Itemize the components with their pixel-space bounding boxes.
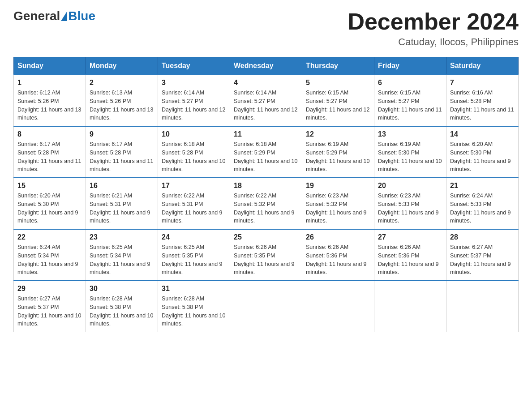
day-info: Sunrise: 6:19 AM Sunset: 5:30 PM Dayligh…: [378, 140, 442, 174]
table-row: 7 Sunrise: 6:16 AM Sunset: 5:28 PM Dayli…: [446, 75, 519, 126]
day-number: 5: [306, 79, 370, 87]
table-row: [446, 281, 519, 332]
table-row: 31 Sunrise: 6:28 AM Sunset: 5:38 PM Dayl…: [158, 281, 230, 332]
day-info: Sunrise: 6:24 AM Sunset: 5:33 PM Dayligh…: [450, 192, 515, 225]
day-number: 28: [450, 233, 515, 241]
day-number: 11: [234, 130, 298, 138]
day-number: 6: [378, 79, 442, 87]
day-info: Sunrise: 6:14 AM Sunset: 5:27 PM Dayligh…: [234, 89, 298, 122]
table-row: 23 Sunrise: 6:25 AM Sunset: 5:34 PM Dayl…: [86, 229, 158, 281]
day-number: 25: [234, 233, 298, 241]
table-row: 22 Sunrise: 6:24 AM Sunset: 5:34 PM Dayl…: [14, 229, 86, 281]
table-row: 30 Sunrise: 6:28 AM Sunset: 5:38 PM Dayl…: [86, 281, 158, 332]
col-header-thursday: Thursday: [302, 57, 374, 75]
day-number: 1: [17, 79, 82, 87]
table-row: 24 Sunrise: 6:25 AM Sunset: 5:35 PM Dayl…: [158, 229, 230, 281]
day-info: Sunrise: 6:15 AM Sunset: 5:27 PM Dayligh…: [306, 89, 370, 122]
day-number: 22: [17, 233, 82, 241]
table-row: 17 Sunrise: 6:22 AM Sunset: 5:31 PM Dayl…: [158, 178, 230, 229]
day-number: 24: [162, 233, 226, 241]
day-number: 26: [306, 233, 370, 241]
day-number: 4: [234, 79, 298, 87]
day-number: 8: [17, 130, 82, 138]
table-row: 16 Sunrise: 6:21 AM Sunset: 5:31 PM Dayl…: [86, 178, 158, 229]
day-info: Sunrise: 6:22 AM Sunset: 5:32 PM Dayligh…: [234, 192, 298, 225]
day-info: Sunrise: 6:28 AM Sunset: 5:38 PM Dayligh…: [162, 295, 226, 328]
day-info: Sunrise: 6:28 AM Sunset: 5:38 PM Dayligh…: [90, 295, 154, 328]
day-info: Sunrise: 6:26 AM Sunset: 5:36 PM Dayligh…: [378, 243, 442, 277]
logo-blue-text: Blue: [68, 9, 95, 23]
day-info: Sunrise: 6:25 AM Sunset: 5:34 PM Dayligh…: [90, 243, 154, 277]
day-number: 31: [162, 285, 226, 293]
table-row: 4 Sunrise: 6:14 AM Sunset: 5:27 PM Dayli…: [230, 75, 302, 126]
day-info: Sunrise: 6:22 AM Sunset: 5:31 PM Dayligh…: [162, 192, 226, 225]
table-row: 12 Sunrise: 6:19 AM Sunset: 5:29 PM Dayl…: [302, 126, 374, 178]
day-number: 27: [378, 233, 442, 241]
calendar-week-row: 1 Sunrise: 6:12 AM Sunset: 5:26 PM Dayli…: [14, 75, 519, 126]
calendar-table: Sunday Monday Tuesday Wednesday Thursday…: [13, 57, 519, 332]
day-number: 29: [17, 285, 82, 293]
day-number: 3: [162, 79, 226, 87]
logo-general-text: General: [13, 9, 60, 23]
logo: General Blue: [13, 9, 95, 23]
day-number: 17: [162, 182, 226, 190]
day-info: Sunrise: 6:18 AM Sunset: 5:28 PM Dayligh…: [162, 140, 226, 174]
calendar-week-row: 8 Sunrise: 6:17 AM Sunset: 5:28 PM Dayli…: [14, 126, 519, 178]
col-header-monday: Monday: [86, 57, 158, 75]
day-info: Sunrise: 6:23 AM Sunset: 5:33 PM Dayligh…: [378, 192, 442, 225]
day-number: 30: [90, 285, 154, 293]
day-number: 14: [450, 130, 515, 138]
table-row: 18 Sunrise: 6:22 AM Sunset: 5:32 PM Dayl…: [230, 178, 302, 229]
day-info: Sunrise: 6:20 AM Sunset: 5:30 PM Dayligh…: [17, 192, 82, 225]
table-row: 19 Sunrise: 6:23 AM Sunset: 5:32 PM Dayl…: [302, 178, 374, 229]
day-number: 15: [17, 182, 82, 190]
table-row: 26 Sunrise: 6:26 AM Sunset: 5:36 PM Dayl…: [302, 229, 374, 281]
col-header-friday: Friday: [374, 57, 446, 75]
table-row: 9 Sunrise: 6:17 AM Sunset: 5:28 PM Dayli…: [86, 126, 158, 178]
day-info: Sunrise: 6:23 AM Sunset: 5:32 PM Dayligh…: [306, 192, 370, 225]
table-row: 25 Sunrise: 6:26 AM Sunset: 5:35 PM Dayl…: [230, 229, 302, 281]
day-info: Sunrise: 6:13 AM Sunset: 5:26 PM Dayligh…: [90, 89, 154, 122]
col-header-sunday: Sunday: [14, 57, 86, 75]
day-info: Sunrise: 6:15 AM Sunset: 5:27 PM Dayligh…: [378, 89, 442, 122]
table-row: 1 Sunrise: 6:12 AM Sunset: 5:26 PM Dayli…: [14, 75, 86, 126]
table-row: [302, 281, 374, 332]
day-number: 19: [306, 182, 370, 190]
table-row: 5 Sunrise: 6:15 AM Sunset: 5:27 PM Dayli…: [302, 75, 374, 126]
day-number: 9: [90, 130, 154, 138]
table-row: 20 Sunrise: 6:23 AM Sunset: 5:33 PM Dayl…: [374, 178, 446, 229]
day-info: Sunrise: 6:21 AM Sunset: 5:31 PM Dayligh…: [90, 192, 154, 225]
day-info: Sunrise: 6:14 AM Sunset: 5:27 PM Dayligh…: [162, 89, 226, 122]
day-number: 7: [450, 79, 515, 87]
day-number: 21: [450, 182, 515, 190]
day-number: 18: [234, 182, 298, 190]
table-row: 10 Sunrise: 6:18 AM Sunset: 5:28 PM Dayl…: [158, 126, 230, 178]
day-info: Sunrise: 6:12 AM Sunset: 5:26 PM Dayligh…: [17, 89, 82, 122]
calendar-week-row: 29 Sunrise: 6:27 AM Sunset: 5:37 PM Dayl…: [14, 281, 519, 332]
calendar-week-row: 22 Sunrise: 6:24 AM Sunset: 5:34 PM Dayl…: [14, 229, 519, 281]
day-info: Sunrise: 6:26 AM Sunset: 5:35 PM Dayligh…: [234, 243, 298, 277]
day-info: Sunrise: 6:19 AM Sunset: 5:29 PM Dayligh…: [306, 140, 370, 174]
day-number: 12: [306, 130, 370, 138]
day-number: 23: [90, 233, 154, 241]
table-row: 11 Sunrise: 6:18 AM Sunset: 5:29 PM Dayl…: [230, 126, 302, 178]
day-number: 2: [90, 79, 154, 87]
day-info: Sunrise: 6:18 AM Sunset: 5:29 PM Dayligh…: [234, 140, 298, 174]
col-header-tuesday: Tuesday: [158, 57, 230, 75]
table-row: 2 Sunrise: 6:13 AM Sunset: 5:26 PM Dayli…: [86, 75, 158, 126]
table-row: 15 Sunrise: 6:20 AM Sunset: 5:30 PM Dayl…: [14, 178, 86, 229]
location-subtitle: Catuday, Ilocos, Philippines: [348, 36, 519, 48]
table-row: 6 Sunrise: 6:15 AM Sunset: 5:27 PM Dayli…: [374, 75, 446, 126]
day-info: Sunrise: 6:24 AM Sunset: 5:34 PM Dayligh…: [17, 243, 82, 277]
table-row: 29 Sunrise: 6:27 AM Sunset: 5:37 PM Dayl…: [14, 281, 86, 332]
month-title: December 2024: [348, 9, 519, 34]
day-info: Sunrise: 6:17 AM Sunset: 5:28 PM Dayligh…: [90, 140, 154, 174]
day-number: 20: [378, 182, 442, 190]
day-info: Sunrise: 6:20 AM Sunset: 5:30 PM Dayligh…: [450, 140, 515, 174]
calendar-header-row: Sunday Monday Tuesday Wednesday Thursday…: [14, 57, 519, 75]
day-number: 10: [162, 130, 226, 138]
table-row: 21 Sunrise: 6:24 AM Sunset: 5:33 PM Dayl…: [446, 178, 519, 229]
day-info: Sunrise: 6:16 AM Sunset: 5:28 PM Dayligh…: [450, 89, 515, 122]
day-info: Sunrise: 6:25 AM Sunset: 5:35 PM Dayligh…: [162, 243, 226, 277]
day-info: Sunrise: 6:27 AM Sunset: 5:37 PM Dayligh…: [450, 243, 515, 277]
